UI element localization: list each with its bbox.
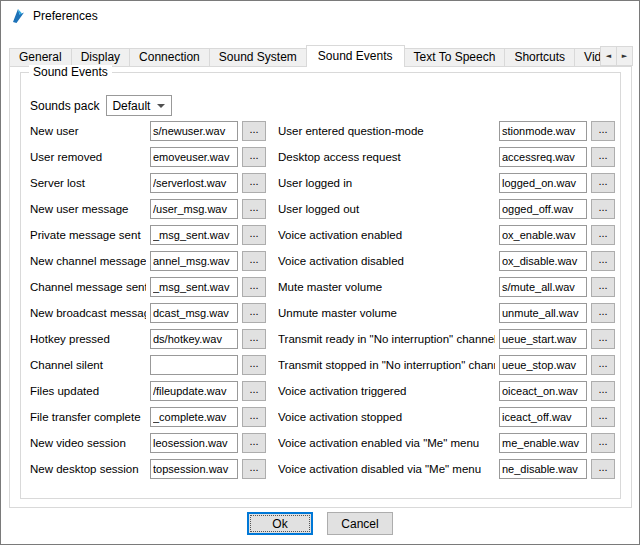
browse-button[interactable]: ... xyxy=(591,433,615,453)
browse-button[interactable]: ... xyxy=(591,173,615,193)
sound-event-row: Desktop access request ... xyxy=(278,147,616,167)
sound-file-input[interactable] xyxy=(150,407,238,427)
sound-event-row: New user ... xyxy=(30,121,270,141)
sound-file-input[interactable] xyxy=(150,433,238,453)
sound-event-row: User logged out ... xyxy=(278,199,616,219)
browse-button[interactable]: ... xyxy=(242,121,266,141)
browse-button[interactable]: ... xyxy=(242,251,266,271)
tab-connection[interactable]: Connection xyxy=(129,48,210,67)
browse-button[interactable]: ... xyxy=(242,277,266,297)
browse-button[interactable]: ... xyxy=(242,407,266,427)
cancel-button[interactable]: Cancel xyxy=(327,512,393,535)
sound-file-input[interactable] xyxy=(499,407,587,427)
sound-file-input[interactable] xyxy=(499,355,587,375)
sound-file-input[interactable] xyxy=(499,199,587,219)
browse-button[interactable]: ... xyxy=(242,381,266,401)
browse-button[interactable]: ... xyxy=(591,303,615,323)
sound-event-label: User entered question-mode xyxy=(278,125,495,137)
sound-file-input[interactable] xyxy=(499,303,587,323)
browse-button[interactable]: ... xyxy=(591,329,615,349)
sound-file-input[interactable] xyxy=(150,121,238,141)
tab-sound-system[interactable]: Sound System xyxy=(209,48,307,67)
browse-button[interactable]: ... xyxy=(591,381,615,401)
sound-file-input[interactable] xyxy=(499,225,587,245)
tab-text-to-speech[interactable]: Text To Speech xyxy=(404,48,506,67)
sound-file-input[interactable] xyxy=(150,277,238,297)
dialog-buttons: Ok Cancel xyxy=(1,512,639,535)
sound-file-input[interactable] xyxy=(150,355,238,375)
sound-file-input[interactable] xyxy=(150,225,238,245)
sound-file-input[interactable] xyxy=(150,251,238,271)
sound-file-input[interactable] xyxy=(499,381,587,401)
browse-button[interactable]: ... xyxy=(591,147,615,167)
tab-sound-events[interactable]: Sound Events xyxy=(306,45,405,67)
browse-button[interactable]: ... xyxy=(242,303,266,323)
browse-button[interactable]: ... xyxy=(591,225,615,245)
sound-file-input[interactable] xyxy=(150,199,238,219)
browse-button[interactable]: ... xyxy=(242,433,266,453)
sound-event-row: Private message sent ... xyxy=(30,225,270,245)
tab-scroll-left-button[interactable]: ◄ xyxy=(600,46,617,66)
sound-event-row: New channel message ... xyxy=(30,251,270,271)
sounds-pack-label: Sounds pack xyxy=(30,99,99,113)
ok-button[interactable]: Ok xyxy=(247,512,313,535)
sound-event-label: New user xyxy=(30,125,146,137)
sound-event-label: Files updated xyxy=(30,385,146,397)
sound-file-input[interactable] xyxy=(499,173,587,193)
sound-event-row: New user message ... xyxy=(30,199,270,219)
sounds-pack-value: Default xyxy=(112,99,150,113)
sound-file-input[interactable] xyxy=(150,303,238,323)
sound-file-input[interactable] xyxy=(150,381,238,401)
sound-event-label: Private message sent xyxy=(30,229,146,241)
sound-event-row: Files updated ... xyxy=(30,381,270,401)
sound-event-row: Channel message sent ... xyxy=(30,277,270,297)
sound-file-input[interactable] xyxy=(150,459,238,479)
sound-event-label: User logged in xyxy=(278,177,495,189)
sound-event-label: Voice activation enabled via "Me" menu xyxy=(278,437,495,449)
browse-button[interactable]: ... xyxy=(242,199,266,219)
sound-file-input[interactable] xyxy=(499,277,587,297)
browse-button[interactable]: ... xyxy=(242,329,266,349)
app-icon xyxy=(10,8,26,24)
sound-event-row: Server lost ... xyxy=(30,173,270,193)
sounds-pack-select[interactable]: Default xyxy=(106,95,172,116)
sound-event-row: File transfer complete ... xyxy=(30,407,270,427)
sound-event-label: Transmit ready in "No interruption" chan… xyxy=(278,333,495,345)
browse-button[interactable]: ... xyxy=(591,355,615,375)
tab-label: Sound System xyxy=(219,50,297,64)
browse-button[interactable]: ... xyxy=(242,225,266,245)
browse-button[interactable]: ... xyxy=(242,355,266,375)
sound-event-row: Voice activation stopped ... xyxy=(278,407,616,427)
browse-button[interactable]: ... xyxy=(591,459,615,479)
left-column: New user ... User removed ... Server los… xyxy=(30,121,270,485)
sound-file-input[interactable] xyxy=(499,459,587,479)
browse-button[interactable]: ... xyxy=(591,277,615,297)
tab-label: General xyxy=(19,50,62,64)
browse-button[interactable]: ... xyxy=(591,199,615,219)
browse-button[interactable]: ... xyxy=(591,121,615,141)
sound-file-input[interactable] xyxy=(499,121,587,141)
browse-button[interactable]: ... xyxy=(242,173,266,193)
sound-event-label: New user message xyxy=(30,203,146,215)
sound-file-input[interactable] xyxy=(499,433,587,453)
sound-rows: New user ... User removed ... Server los… xyxy=(30,121,616,485)
tab-shortcuts[interactable]: Shortcuts xyxy=(504,48,575,67)
sound-event-row: Voice activation enabled ... xyxy=(278,225,616,245)
sound-file-input[interactable] xyxy=(150,173,238,193)
tab-scroll-right-button[interactable]: ► xyxy=(616,46,633,66)
sound-event-label: Mute master volume xyxy=(278,281,495,293)
sound-file-input[interactable] xyxy=(499,329,587,349)
sound-event-label: Hotkey pressed xyxy=(30,333,146,345)
browse-button[interactable]: ... xyxy=(591,407,615,427)
sound-event-row: Transmit ready in "No interruption" chan… xyxy=(278,329,616,349)
browse-button[interactable]: ... xyxy=(242,459,266,479)
sound-event-row: New desktop session ... xyxy=(30,459,270,479)
browse-button[interactable]: ... xyxy=(591,251,615,271)
sound-file-input[interactable] xyxy=(499,147,587,167)
browse-button[interactable]: ... xyxy=(242,147,266,167)
sound-file-input[interactable] xyxy=(499,251,587,271)
sound-event-row: New video session ... xyxy=(30,433,270,453)
sound-file-input[interactable] xyxy=(150,329,238,349)
sound-file-input[interactable] xyxy=(150,147,238,167)
sound-event-row: Unmute master volume ... xyxy=(278,303,616,323)
